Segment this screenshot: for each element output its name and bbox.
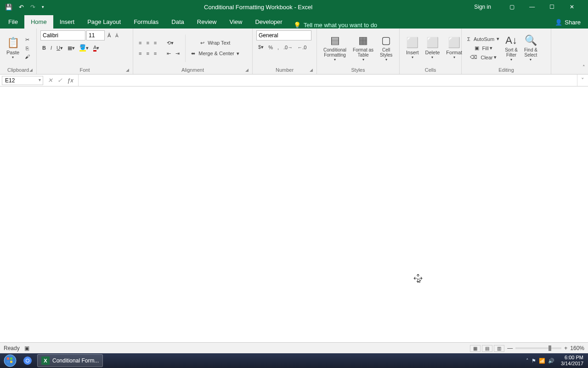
share-label: Share: [565, 19, 581, 26]
insert-cells-button[interactable]: ⬜Insert▾: [403, 35, 422, 61]
maximize-icon[interactable]: ☐: [543, 2, 561, 12]
tab-view[interactable]: View: [223, 15, 249, 29]
save-icon[interactable]: 💾: [3, 2, 15, 12]
bold-button[interactable]: B: [40, 44, 48, 52]
macro-record-icon[interactable]: ▣: [24, 345, 29, 351]
decrease-font-button[interactable]: Ǎ: [113, 32, 120, 39]
normal-view-button[interactable]: ▦: [470, 345, 481, 352]
fx-icon[interactable]: ƒx: [67, 77, 74, 84]
share-button[interactable]: 👤 Share: [548, 16, 588, 29]
tray-flag-icon[interactable]: ⚑: [531, 358, 536, 364]
zoom-slider[interactable]: [515, 347, 561, 349]
comma-format-button[interactable]: ,: [276, 44, 281, 51]
tab-home[interactable]: Home: [24, 15, 53, 29]
close-icon[interactable]: ✕: [563, 2, 581, 12]
undo-icon[interactable]: ↶: [17, 2, 26, 12]
align-right-button[interactable]: ≡: [152, 50, 158, 57]
clear-button[interactable]: ⌫ Clear▾: [465, 53, 501, 61]
tell-me-search[interactable]: 💡 Tell me what you want to do: [294, 22, 377, 29]
formula-input[interactable]: [78, 75, 577, 86]
copy-button[interactable]: ⎘: [23, 45, 32, 52]
fill-color-button[interactable]: 🪣▾: [78, 43, 90, 52]
minimize-icon[interactable]: —: [523, 2, 541, 12]
name-box[interactable]: E12: [2, 76, 43, 85]
merge-center-button[interactable]: ⬌ Merge & Center ▾: [189, 50, 241, 58]
taskbar-chrome[interactable]: [19, 354, 36, 367]
worksheet-area[interactable]: [0, 86, 588, 339]
format-painter-button[interactable]: 🖌: [23, 53, 32, 60]
underline-button[interactable]: U▾: [55, 44, 65, 52]
percent-format-button[interactable]: %: [266, 44, 275, 51]
title-bar: 💾 ↶ ↷ ▾ Conditional Formatting Workbook …: [0, 0, 588, 14]
system-tray[interactable]: ˄⚑📶🔊: [526, 358, 561, 364]
find-select-button[interactable]: 🔍Find & Select▾: [521, 33, 540, 63]
align-middle-button[interactable]: ≡: [144, 39, 151, 46]
window-title: Conditional Formatting Workbook - Excel: [46, 4, 470, 11]
align-left-button[interactable]: ≡: [137, 50, 143, 57]
cell-styles-button[interactable]: ▢Cell Styles▾: [377, 33, 395, 63]
accounting-format-button[interactable]: $▾: [256, 43, 266, 51]
tab-review[interactable]: Review: [191, 15, 223, 29]
tab-insert[interactable]: Insert: [53, 15, 81, 29]
number-format-combo[interactable]: [256, 30, 311, 40]
fill-icon: ▣: [475, 45, 479, 51]
start-button[interactable]: [2, 353, 18, 368]
dialog-launcher-icon[interactable]: ◢: [126, 68, 129, 72]
dialog-launcher-icon[interactable]: ◢: [310, 68, 313, 72]
expand-formula-icon[interactable]: ˅: [577, 75, 588, 86]
wrap-text-button[interactable]: ↩ Wrap Text: [189, 39, 241, 47]
sign-in-link[interactable]: Sign in: [470, 2, 495, 12]
paste-icon: 📋: [7, 37, 19, 49]
autosum-button[interactable]: Σ AutoSum ▾: [465, 35, 501, 43]
tray-volume-icon[interactable]: 🔊: [548, 358, 554, 364]
tab-formulas[interactable]: Formulas: [127, 15, 165, 29]
paste-button[interactable]: 📋 Paste ▾: [4, 35, 22, 61]
page-layout-view-button[interactable]: ▤: [482, 345, 492, 352]
tray-chevron-icon[interactable]: ˄: [526, 358, 529, 364]
align-top-button[interactable]: ≡: [137, 39, 143, 46]
cut-button[interactable]: ✂: [23, 36, 32, 44]
decrease-decimal-button[interactable]: ←.0: [295, 44, 308, 51]
wrap-icon: ↩: [200, 40, 204, 46]
font-name-combo[interactable]: [40, 30, 85, 40]
increase-decimal-button[interactable]: .0→: [282, 44, 294, 51]
tab-page-layout[interactable]: Page Layout: [81, 15, 127, 29]
increase-font-button[interactable]: Â: [106, 32, 113, 39]
ribbon-display-icon[interactable]: ▢: [503, 2, 521, 12]
font-size-combo[interactable]: [86, 30, 105, 40]
clock-time[interactable]: 6:00 PM: [561, 355, 583, 361]
fill-button[interactable]: ▣ Fill▾: [465, 44, 501, 52]
conditional-formatting-button[interactable]: ▤Conditional Formatting▾: [321, 33, 349, 63]
orientation-button[interactable]: ⟲▾: [165, 39, 175, 47]
redo-icon[interactable]: ↷: [28, 2, 38, 12]
tab-developer[interactable]: Developer: [249, 15, 288, 29]
italic-button[interactable]: I: [49, 44, 54, 52]
dialog-launcher-icon[interactable]: ◢: [245, 68, 249, 72]
clock-date[interactable]: 3/14/2017: [561, 361, 583, 367]
align-bottom-button[interactable]: ≡: [152, 39, 158, 46]
taskbar-excel[interactable]: X Conditional Form...: [37, 354, 103, 367]
decrease-indent-button[interactable]: ⇤: [165, 50, 173, 58]
increase-indent-button[interactable]: ⇥: [174, 50, 181, 58]
align-center-button[interactable]: ≡: [144, 50, 151, 57]
delete-cells-button[interactable]: ⬜Delete▾: [423, 35, 443, 61]
sort-filter-button[interactable]: A↓Sort & Filter▾: [502, 33, 520, 63]
fat-label: Format as Table: [353, 47, 373, 58]
dialog-launcher-icon[interactable]: ◢: [29, 68, 33, 72]
zoom-level[interactable]: 160%: [570, 345, 584, 351]
collapse-ribbon-icon[interactable]: ˄: [582, 64, 585, 70]
tray-network-icon[interactable]: 📶: [539, 358, 545, 364]
svg-text:X: X: [44, 358, 47, 363]
zoom-in-button[interactable]: +: [564, 345, 567, 351]
tab-data[interactable]: Data: [165, 15, 190, 29]
cancel-formula-icon[interactable]: ✕: [48, 77, 53, 84]
page-break-view-button[interactable]: ▥: [494, 345, 504, 352]
zoom-out-button[interactable]: —: [507, 345, 513, 351]
group-editing: Σ AutoSum ▾ ▣ Fill▾ ⌫ Clear▾ A↓Sort & Fi…: [462, 29, 551, 74]
customize-qat-icon[interactable]: ▾: [40, 3, 46, 11]
font-color-button[interactable]: A▾: [91, 44, 101, 52]
tab-file[interactable]: File: [2, 15, 24, 29]
format-as-table-button[interactable]: ▦Format as Table▾: [350, 33, 376, 63]
borders-button[interactable]: ▦▾: [66, 44, 77, 52]
enter-formula-icon[interactable]: ✓: [57, 77, 62, 84]
